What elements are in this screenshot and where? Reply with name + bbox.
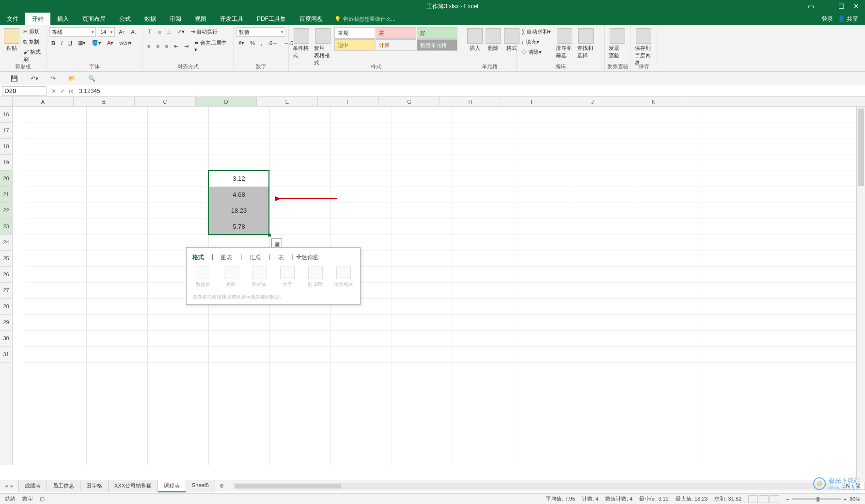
style-calc[interactable]: 计算 [376,39,416,51]
row-header-23[interactable]: 23 [0,219,12,235]
col-header-H[interactable]: H [440,97,501,106]
inc-decimal-button[interactable]: .0→ [266,39,280,47]
align-center-button[interactable]: ≡ [154,42,161,50]
vertical-scrollbar[interactable] [856,107,865,491]
horizontal-scrollbar[interactable] [234,483,833,489]
style-good[interactable]: 好 [417,27,457,39]
minimize-icon[interactable]: — [823,2,830,10]
cell-d20[interactable]: 3.12 [208,171,269,187]
copy-button[interactable]: ⧉ 复制 [21,37,43,47]
row-header-28[interactable]: 28 [0,299,12,315]
row-header-31[interactable]: 31 [0,346,12,362]
row-header-19[interactable]: 19 [0,155,12,171]
tab-home[interactable]: 开始 [25,13,50,25]
save-icon[interactable]: 💾 [9,74,20,83]
col-header-D[interactable]: D [196,97,257,106]
italic-button[interactable]: I [59,39,64,47]
col-header-K[interactable]: K [623,97,684,106]
qa-opt-colorscale[interactable]: 色阶 [220,267,242,288]
worksheet-area[interactable]: ABCDEFGHIJK 1617181920212223242526272829… [0,97,865,465]
underline-button[interactable]: U [66,39,74,47]
tab-dev[interactable]: 开发工具 [213,13,250,25]
qa-tab-spark[interactable]: 迷你图 [301,252,319,263]
sheet-tab-4[interactable]: 课程表 [157,480,186,492]
align-top-button[interactable]: ⊤ [145,28,154,36]
cut-button[interactable]: ✂ 剪切 [21,27,43,36]
wrap-text-button[interactable]: ⇥ 自动换行 [189,27,220,36]
cell-styles-gallery[interactable]: 常规 差 好 适中 计算 检查单元格 [334,27,457,67]
select-all-corner[interactable] [0,97,13,106]
row-header-16[interactable]: 16 [0,107,12,123]
zoom-slider[interactable] [792,498,841,500]
tab-data[interactable]: 数据 [138,13,163,25]
percent-button[interactable]: % [248,39,257,47]
row-header-17[interactable]: 17 [0,123,12,139]
tab-baidu[interactable]: 百度网盘 [293,13,330,25]
open-icon[interactable]: 📂 [66,74,78,83]
view-normal-button[interactable] [748,495,758,503]
sheet-tab-5[interactable]: Sheet5 [186,480,215,492]
sheet-tab-0[interactable]: 成绩表 [18,480,47,492]
col-header-C[interactable]: C [135,97,196,106]
save-baidu-button[interactable]: 保存到 百度网盘 [634,27,653,67]
qa-tab-table[interactable]: 表 [278,252,284,263]
fill-button[interactable]: ↓ 填充▾ [519,37,553,47]
zoom-in-button[interactable]: + [844,496,847,502]
indent-inc-button[interactable]: ⇥ [182,42,190,50]
style-check[interactable]: 检查单元格 [417,39,457,51]
col-header-J[interactable]: J [562,97,623,106]
qa-opt-clear[interactable]: 清除格式 [333,267,354,288]
sheet-tab-2[interactable]: 田字格 [80,480,109,492]
col-header-G[interactable]: G [379,97,440,106]
tab-review[interactable]: 审阅 [163,13,188,25]
align-middle-button[interactable]: ≡ [156,28,163,36]
view-break-button[interactable] [770,495,779,503]
font-color-button[interactable]: A▾ [105,39,115,47]
number-format-select[interactable]: 数值 [236,27,285,37]
add-sheet-button[interactable]: ⊕ [215,483,229,489]
zoom-level[interactable]: 80% [849,496,860,502]
tab-file[interactable]: 文件 [0,13,25,25]
col-header-B[interactable]: B [74,97,135,106]
autosum-button[interactable]: ∑ 自动求和▾ [519,27,553,36]
qa-tab-format[interactable]: 格式 [192,252,204,263]
row-header-27[interactable]: 27 [0,283,12,299]
redo-icon[interactable]: ↷ [49,74,58,83]
print-preview-icon[interactable]: 🔍 [86,74,97,83]
row-header-30[interactable]: 30 [0,331,12,346]
col-header-A[interactable]: A [13,97,74,106]
qa-opt-greater[interactable]: 大于 [277,267,298,288]
row-header-22[interactable]: 22 [0,203,12,219]
invoice-check-button[interactable]: 发票 查验 [608,27,627,60]
maximize-icon[interactable]: ☐ [838,2,845,10]
tab-layout[interactable]: 页面布局 [76,13,112,25]
sheet-tab-3[interactable]: XXX公司销售额 [108,480,158,492]
row-header-21[interactable]: 21 [0,187,12,203]
enter-formula-icon[interactable]: ✓ [60,88,65,94]
qa-tab-chart[interactable]: 图表 [221,252,233,263]
login-link[interactable]: 登录 [821,15,833,23]
font-name-select[interactable]: 等线 [49,27,96,37]
formula-input[interactable]: 3.12345 [76,87,865,95]
font-shrink-button[interactable]: A↓ [129,28,139,36]
cell-d22[interactable]: 18.23 [208,203,269,219]
tab-view[interactable]: 视图 [188,13,213,25]
row-header-20[interactable]: 20 [0,171,12,187]
bold-button[interactable]: B [49,39,57,47]
ribbon-options-icon[interactable]: ▭ [808,2,814,10]
orientation-button[interactable]: ⤢▾ [175,28,187,36]
qa-opt-databar[interactable]: 数据条 [192,267,214,288]
tellme-input[interactable]: 💡告诉我您想要做什么... [334,16,395,23]
currency-button[interactable]: ¥▾ [236,39,246,47]
sort-filter-button[interactable]: 排序和筛选 [555,27,574,60]
view-layout-button[interactable] [759,495,769,503]
style-bad[interactable]: 差 [376,27,416,39]
col-header-E[interactable]: E [257,97,318,106]
tab-pdf[interactable]: PDF工具集 [250,13,293,25]
cancel-formula-icon[interactable]: ✕ [51,88,56,94]
qa-opt-iconset[interactable]: 图标集 [249,267,270,288]
delete-cells-button[interactable]: 删除 [485,27,502,53]
share-button[interactable]: 👤 共享 [838,15,858,23]
merge-center-button[interactable]: ⬌ 合并后居中▾ [192,38,230,54]
close-icon[interactable]: ✕ [853,2,859,10]
